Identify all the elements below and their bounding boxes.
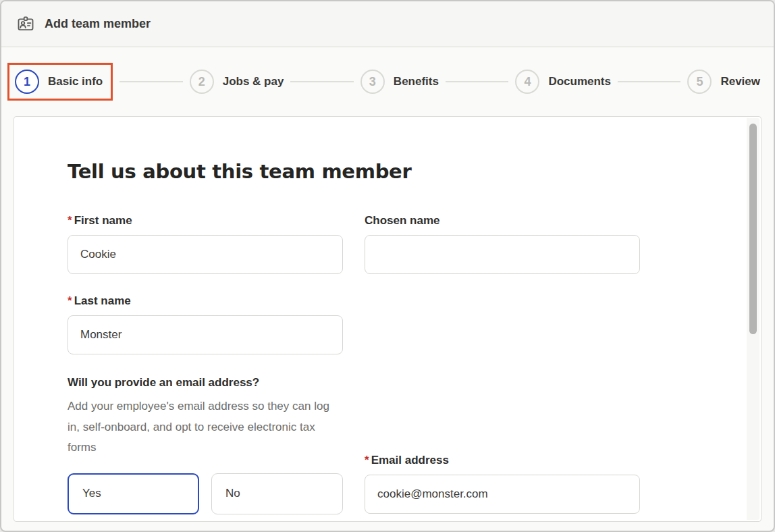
email-question-label: Will you provide an email address?	[68, 376, 343, 390]
required-asterisk: *	[68, 294, 72, 307]
step-label: Basic info	[48, 75, 103, 88]
email-question-choices: Yes No	[68, 473, 343, 514]
step-review[interactable]: 5 Review	[687, 70, 760, 94]
no-button[interactable]: No	[211, 473, 343, 514]
last-name-label: *Last name	[68, 294, 343, 308]
step-connector	[290, 81, 353, 82]
step-connector	[119, 81, 182, 82]
yes-button[interactable]: Yes	[68, 473, 199, 514]
chosen-name-label: Chosen name	[365, 214, 640, 228]
current-step-highlight-box: 1 Basic info	[7, 63, 113, 101]
form-heading: Tell us about this team member	[68, 160, 720, 183]
step-wizard: 1 Basic info 2 Jobs & pay 3 Benefits 4 D…	[1, 47, 774, 116]
add-team-member-window: Add team member 1 Basic info 2 Jobs & pa…	[0, 0, 775, 532]
last-name-input[interactable]	[68, 315, 343, 354]
required-asterisk: *	[365, 454, 369, 467]
step-connector	[618, 81, 680, 82]
scrollbar-thumb[interactable]	[749, 124, 757, 334]
scrollbar-track[interactable]	[747, 118, 759, 520]
first-name-label: *First name	[68, 214, 343, 228]
step-basic-info[interactable]: 1 Basic info	[15, 70, 103, 94]
email-question-block: Will you provide an email address? Add y…	[68, 376, 343, 514]
step-number-circle: 3	[360, 70, 385, 94]
required-asterisk: *	[68, 214, 72, 227]
email-label: *Email address	[365, 454, 640, 467]
step-label: Documents	[548, 75, 611, 88]
step-label: Benefits	[394, 75, 439, 88]
step-jobs-pay[interactable]: 2 Jobs & pay	[190, 70, 284, 94]
step-label: Jobs & pay	[223, 75, 284, 88]
step-documents[interactable]: 4 Documents	[515, 70, 611, 94]
chosen-name-field-group: Chosen name	[365, 214, 640, 274]
step-number-circle: 4	[515, 70, 539, 94]
step-number-circle: 1	[15, 70, 39, 94]
chosen-name-input[interactable]	[365, 235, 640, 274]
email-question-help-text: Add your employee's email address so the…	[68, 396, 334, 458]
email-field-group: *Email address	[365, 454, 640, 514]
first-name-input[interactable]	[68, 235, 343, 274]
step-label: Review	[720, 75, 760, 88]
first-name-field-group: *First name	[68, 214, 343, 274]
step-benefits[interactable]: 3 Benefits	[360, 70, 439, 94]
form-grid: *First name Chosen name *Last name Will …	[68, 196, 720, 514]
step-number-circle: 2	[190, 70, 214, 94]
page-title: Add team member	[45, 17, 151, 31]
id-badge-icon	[16, 15, 35, 34]
step-number-circle: 5	[687, 70, 712, 94]
header-bar: Add team member	[1, 1, 774, 47]
step-connector	[446, 81, 508, 82]
last-name-field-group: *Last name	[68, 294, 343, 354]
basic-info-form-card: Tell us about this team member *First na…	[14, 116, 761, 522]
form-content: Tell us about this team member *First na…	[14, 117, 761, 514]
email-input[interactable]	[365, 475, 640, 514]
